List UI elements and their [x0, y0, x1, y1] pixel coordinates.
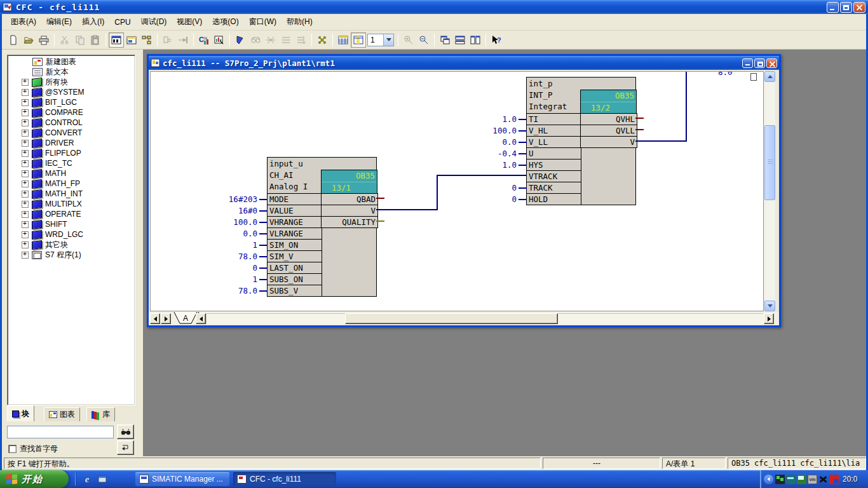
expand-icon[interactable] [22, 89, 29, 96]
menu-help[interactable]: 帮助(H) [281, 15, 318, 29]
expand-icon[interactable] [22, 119, 29, 126]
tree-item-math-fp[interactable]: MATH_FP [22, 179, 80, 189]
expand-icon[interactable] [22, 231, 29, 238]
pin-quality[interactable]: QUALITY [321, 216, 378, 228]
combo-dropdown-icon[interactable] [383, 34, 393, 46]
pin-mode[interactable]: MODE16#203 [267, 193, 322, 205]
pin-last-on[interactable]: LAST_ON0 [267, 262, 322, 274]
tree-item-driver[interactable]: DRIVER [22, 138, 74, 148]
help-pointer-button[interactable]: ? [489, 32, 504, 48]
search-input[interactable] [7, 426, 114, 438]
maximize-button[interactable] [840, 2, 852, 13]
tab-blocks[interactable]: 块 [7, 405, 34, 421]
hscroll-right-button[interactable] [764, 313, 774, 324]
tree-item-new-text[interactable]: 新文本 [22, 67, 69, 77]
menu-insert[interactable]: 插入(I) [77, 15, 109, 29]
menu-options[interactable]: 选项(O) [207, 15, 243, 29]
pin-value[interactable]: 1.0 [468, 160, 517, 170]
tile-vertical-button[interactable] [468, 32, 483, 48]
tree-item-flipflop[interactable]: FLIPFLOP [22, 148, 81, 158]
minimize-button[interactable] [827, 2, 839, 13]
expand-icon[interactable] [22, 221, 29, 228]
pin-value[interactable]: 0 [468, 194, 517, 204]
start-button[interactable]: 开始 [0, 470, 69, 488]
pin-subs-v[interactable]: SUBS_V78.0 [267, 285, 322, 297]
menu-window[interactable]: 窗口(W) [244, 15, 281, 29]
expand-icon[interactable] [22, 170, 29, 177]
tree-item-operate[interactable]: OPERATE [22, 209, 81, 219]
expand-icon[interactable] [22, 191, 29, 198]
cascade-windows-button[interactable] [437, 32, 452, 48]
pin-value[interactable]: 100.0 [209, 217, 257, 227]
pin-vtrack[interactable]: VTRACK [526, 170, 581, 182]
sheet-view-button[interactable] [124, 32, 139, 48]
tab-libraries[interactable]: 库 [86, 407, 115, 421]
task-badge[interactable]: OB35 13/1 [321, 170, 377, 194]
pin-value[interactable]: 16#0 [209, 206, 257, 215]
expand-icon[interactable] [22, 252, 29, 259]
mdi-close-button[interactable] [766, 58, 777, 68]
tree-item-convert[interactable]: CONVERT [22, 128, 82, 138]
expand-icon[interactable] [22, 130, 29, 137]
expand-icon[interactable] [22, 201, 29, 208]
tile-horizontal-button[interactable] [452, 32, 468, 48]
tree-item-s7-program[interactable]: S7 程序(1) [22, 250, 81, 260]
vertical-scrollbar[interactable] [764, 71, 775, 311]
table-view-button[interactable] [336, 32, 351, 48]
close-button[interactable] [853, 2, 865, 13]
expand-icon[interactable] [22, 180, 29, 187]
wire-intp-v-out[interactable] [635, 140, 686, 142]
menu-chart[interactable]: 图表(A) [6, 15, 41, 29]
pin-value[interactable]: 0 [209, 263, 257, 273]
new-button[interactable] [6, 32, 21, 48]
find-next-button[interactable] [117, 440, 134, 455]
download-button[interactable] [212, 32, 227, 48]
checkbox-icon[interactable] [8, 445, 17, 453]
pin-hys[interactable]: HYS1.0 [526, 159, 581, 171]
find-button[interactable] [117, 424, 134, 439]
pin-vlrange[interactable]: VLRANGE0.0 [267, 227, 322, 240]
tree-item-bit-lgc[interactable]: BIT_LGC [22, 97, 77, 107]
tree-item-math-int[interactable]: MATH_INT [22, 189, 83, 199]
optimize-run-button[interactable] [315, 32, 330, 48]
tree-item-multiplx[interactable]: MULTIPLX [22, 199, 82, 209]
tree-item-new-chart[interactable]: 新建图表 [22, 57, 76, 67]
chart-window-title-bar[interactable]: cfc_li111 -- S7Pro_2_Prj\plant1\rmt1 [149, 56, 779, 70]
tree-item-iec-tc[interactable]: IEC_TC [22, 158, 72, 168]
expand-icon[interactable] [22, 150, 29, 157]
pin-value[interactable]: 0.0 [468, 137, 517, 147]
expand-icon[interactable] [22, 79, 29, 86]
tray-icon[interactable] [786, 475, 796, 484]
pin-value[interactable]: 1.0 [468, 114, 517, 124]
pin-subs-on[interactable]: SUBS_ON1 [267, 273, 322, 285]
wire-v-to-vtrack[interactable] [437, 175, 527, 176]
task-badge[interactable]: OB35 13/2 [580, 90, 637, 114]
ie-icon[interactable]: e [81, 473, 93, 485]
pin-v-out[interactable]: V [321, 205, 378, 217]
tree-item-shift[interactable]: SHIFT [22, 219, 67, 229]
cfc-canvas[interactable]: input_uCH_AIAnalog I OB35 13/1 MODE16#20… [150, 71, 764, 311]
task-simatic-manager[interactable]: SIMATIC Manager ... [135, 472, 229, 486]
pin-value[interactable]: -0.4 [468, 149, 517, 158]
offsheet-reference[interactable]: 8.0 [718, 71, 733, 77]
pin-value[interactable]: 0 [468, 183, 517, 193]
pin-hold[interactable]: HOLD0 [526, 193, 581, 205]
tree-item-compare[interactable]: COMPARE [22, 107, 83, 118]
expand-icon[interactable] [22, 140, 29, 147]
pin-v-hl[interactable]: V_HL100.0 [526, 125, 581, 137]
test-mode-button[interactable] [233, 32, 248, 48]
pin-sim-on[interactable]: SIM_ON1 [267, 239, 322, 251]
hscroll-left-button[interactable] [196, 313, 206, 324]
print-button[interactable] [36, 32, 51, 48]
tree-item-system[interactable]: @SYSTEM [22, 87, 85, 97]
pin-track[interactable]: TRACK0 [526, 182, 581, 194]
sheet-number-combo[interactable]: 1 [367, 34, 394, 46]
block-input-u[interactable]: input_uCH_AIAnalog I OB35 13/1 MODE16#20… [267, 157, 377, 297]
block-int-p[interactable]: int_pINT_PIntegrat OB35 13/2 TI1.0 V_HL1… [526, 77, 636, 205]
pin-v-out[interactable]: V [580, 136, 637, 148]
menu-cpu[interactable]: CPU [109, 16, 135, 29]
tray-icon[interactable] [797, 475, 806, 484]
menu-debug[interactable]: 调试(D) [136, 15, 172, 29]
tray-icon[interactable] [818, 475, 828, 484]
tab-charts[interactable]: 图表 [44, 407, 80, 421]
